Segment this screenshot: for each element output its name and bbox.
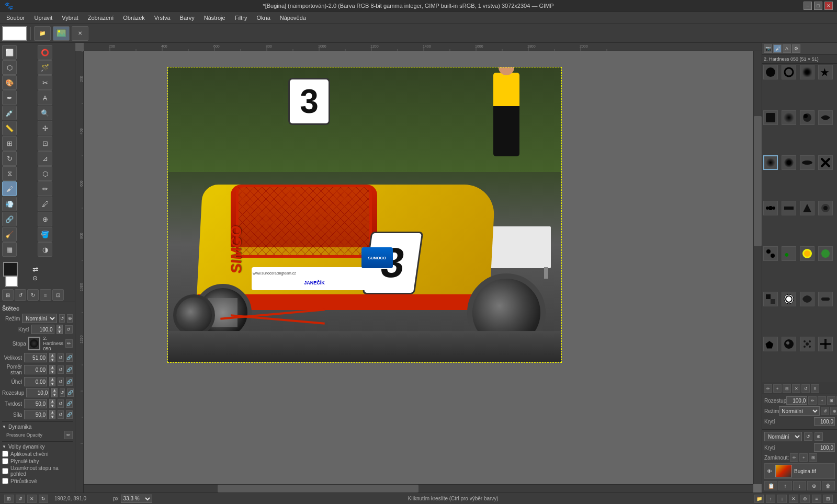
size-input[interactable]: [24, 353, 47, 362]
tool-extra-4[interactable]: ≡: [40, 289, 51, 301]
opacity-reset[interactable]: ↺: [65, 325, 73, 334]
status-btn-4[interactable]: ↻: [39, 495, 48, 503]
brush-cell-20[interactable]: [818, 246, 833, 261]
tool-move[interactable]: ✢: [38, 121, 52, 135]
spacing-spin-down[interactable]: ▼: [51, 393, 58, 397]
checkbox-incremental[interactable]: [2, 478, 8, 484]
tool-pencil[interactable]: ✏: [38, 181, 52, 196]
layers-opacity-input[interactable]: [814, 443, 835, 452]
menu-barvy[interactable]: Barvy: [176, 14, 199, 22]
brush-cell-3[interactable]: [800, 65, 815, 79]
opacity-input[interactable]: [31, 325, 54, 334]
menu-zobrazeni[interactable]: Zobrazení: [84, 14, 118, 22]
brush-cell-28[interactable]: [818, 337, 833, 351]
close-button[interactable]: ✕: [824, 2, 833, 10]
tool-erase[interactable]: 🧹: [2, 227, 17, 242]
layer-action-up[interactable]: ↑: [778, 481, 791, 490]
status-right-btn-3[interactable]: ↓: [777, 495, 787, 503]
tool-extra-3[interactable]: ↻: [27, 289, 39, 301]
checkbox-tremor[interactable]: [2, 451, 8, 457]
tool-free-select[interactable]: ⬡: [2, 60, 17, 75]
tool-color-picker[interactable]: 💉: [2, 106, 17, 120]
brush-cell-23[interactable]: [800, 292, 815, 306]
brush-edit[interactable]: ✏: [65, 339, 73, 348]
angle-input[interactable]: [24, 377, 47, 386]
size-lock[interactable]: 🔗: [66, 353, 73, 362]
layer-mode-icon-1[interactable]: ↺: [804, 432, 812, 441]
brush-cell-5[interactable]: [763, 110, 778, 125]
spacing-spin-up[interactable]: ▲: [51, 388, 58, 393]
brush-cell-10[interactable]: [782, 155, 796, 170]
panel-btn-4[interactable]: ⚙: [792, 44, 800, 53]
size-spin-up[interactable]: ▲: [49, 353, 55, 358]
tool-zoom[interactable]: 🔍: [38, 106, 52, 120]
canvas-container[interactable]: 3 3 JANEČÍK www.sunocoracingteam.cz SUNO…: [84, 51, 762, 492]
menu-soubor[interactable]: Soubor: [2, 14, 29, 22]
status-right-btn-6[interactable]: ≡: [812, 495, 821, 503]
tool-shear[interactable]: ⧖: [2, 166, 17, 181]
brush-cell-22[interactable]: [782, 292, 796, 306]
dynamics-section-header[interactable]: ▼ Dynamika: [2, 421, 73, 431]
tool-scissors-select[interactable]: ✂: [38, 75, 52, 90]
canvas-image-wrapper[interactable]: 3 3 JANEČÍK www.sunocoracingteam.cz SUNO…: [167, 67, 562, 363]
brush-cell-19[interactable]: [800, 246, 815, 261]
foreground-color-toolbar[interactable]: [2, 26, 27, 41]
checkbox-lock-stroke[interactable]: [2, 468, 8, 474]
brush-cell-27[interactable]: [800, 337, 815, 351]
tool-ink[interactable]: 🖊: [38, 197, 52, 211]
brush-cell-6[interactable]: [782, 110, 796, 125]
tool-ellipse-select[interactable]: ⭕: [38, 45, 52, 60]
status-btn-3[interactable]: ✕: [27, 495, 37, 503]
hardness-input[interactable]: [24, 399, 47, 408]
force-spin-up[interactable]: ▲: [49, 410, 55, 415]
size-reset[interactable]: ↺: [58, 353, 64, 362]
tool-perspective[interactable]: ⬡: [38, 166, 52, 181]
layer-lock-alpha[interactable]: +: [799, 453, 808, 462]
rbo-mode-icon-2[interactable]: ⊕: [830, 407, 837, 415]
brushes-action-paint[interactable]: ✏: [764, 384, 772, 393]
status-right-btn-7[interactable]: ⊞: [823, 495, 833, 503]
spacing-input[interactable]: [26, 388, 49, 397]
force-spin-down[interactable]: ▼: [49, 415, 55, 419]
status-btn-2[interactable]: ↺: [16, 495, 25, 503]
tool-paintbrush[interactable]: 🖌: [2, 181, 17, 196]
layer-mode-icon-2[interactable]: ⊕: [815, 432, 823, 441]
brush-cell-11[interactable]: [800, 155, 815, 170]
menu-nastroje[interactable]: Nástroje: [200, 14, 230, 22]
brush-cell-2[interactable]: [782, 65, 796, 79]
tool-extra-2[interactable]: ↺: [15, 289, 26, 301]
brush-cell-9-selected[interactable]: [763, 155, 778, 170]
tool-text[interactable]: A: [38, 90, 52, 105]
layer-lock-position[interactable]: ⊞: [809, 453, 817, 462]
brush-cell-7[interactable]: [800, 110, 815, 125]
brush-cell-16[interactable]: [818, 201, 833, 215]
aspect-spin-up[interactable]: ▲: [49, 365, 55, 370]
tool-color-select[interactable]: 🎨: [2, 75, 17, 90]
reset-colors-button[interactable]: ⊙: [32, 274, 39, 282]
tool-clone[interactable]: 🔗: [2, 212, 17, 226]
tool-extra-5[interactable]: ⊡: [52, 289, 64, 301]
brush-cell-26[interactable]: [782, 337, 796, 351]
maximize-button[interactable]: □: [814, 2, 822, 10]
menu-vrstva[interactable]: Vrstva: [150, 14, 175, 22]
aspect-reset[interactable]: ↺: [58, 365, 64, 374]
rbo-spacing-edit-icon[interactable]: ✏: [808, 396, 817, 405]
aspect-spin-down[interactable]: ▼: [49, 370, 55, 374]
menu-okna[interactable]: Okna: [253, 14, 275, 22]
opacity-spin-up[interactable]: ▲: [56, 325, 63, 329]
dyn-options-section-header[interactable]: ▼ Volby dynamiky: [2, 441, 73, 451]
panel-btn-2[interactable]: 🖌: [773, 44, 782, 53]
brush-cell-14[interactable]: [782, 201, 796, 215]
panel-btn-1[interactable]: 📷: [764, 44, 772, 53]
scrollbar-vertical[interactable]: [753, 51, 762, 484]
dynamics-edit[interactable]: ✏: [64, 431, 73, 439]
layer-mode-select[interactable]: Normální: [764, 432, 802, 441]
scrollbar-horizontal[interactable]: [84, 484, 753, 492]
brushes-action-refresh[interactable]: ↺: [801, 384, 810, 393]
brush-cell-24[interactable]: [818, 292, 833, 306]
hardness-spin-down[interactable]: ▼: [49, 404, 55, 408]
brushes-action-view[interactable]: ≡: [811, 384, 819, 393]
tool-dodge-burn[interactable]: ◑: [38, 242, 52, 257]
hardness-reset[interactable]: ↺: [58, 399, 64, 408]
brush-cell-21[interactable]: [763, 292, 778, 306]
